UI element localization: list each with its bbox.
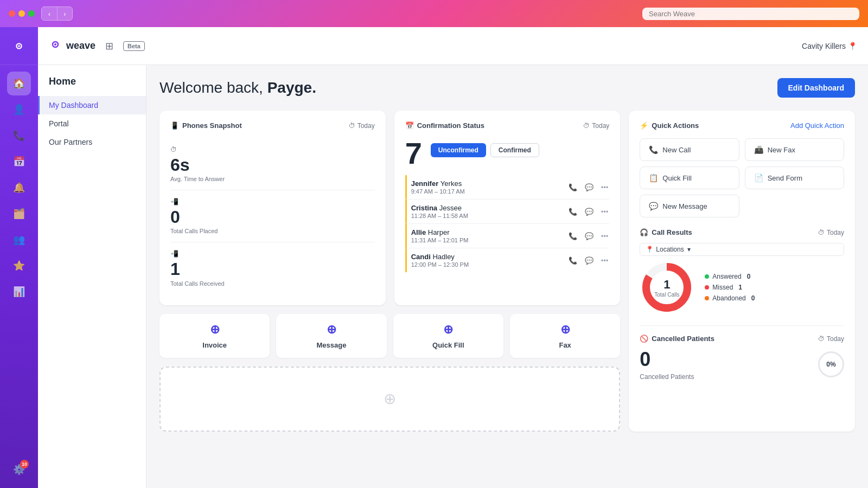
call-results-header: 🎧 Call Results ⏱ Today: [640, 228, 844, 236]
add-quick-action-link[interactable]: Add Quick Action: [790, 121, 844, 130]
patient-time: 11:31 AM – 12:01 PM: [411, 237, 469, 243]
fax-shortcut-button[interactable]: ⊕ Fax: [510, 314, 620, 358]
donut-center: 1 Total Calls: [654, 278, 679, 298]
new-call-icon: 📞: [649, 145, 658, 154]
side-nav: Home My Dashboard Portal Our Partners: [38, 65, 146, 488]
quick-fill-button[interactable]: 📋 Quick Fill: [640, 166, 739, 189]
call-button[interactable]: 📞: [567, 207, 578, 217]
cancelled-header: 🚫 Cancelled Patients ⏱ Today: [640, 335, 844, 343]
more-button[interactable]: •••: [600, 182, 610, 192]
quick-actions-title: ⚡ Quick Actions: [640, 121, 699, 130]
calls-received-label: Total Calls Received: [170, 280, 375, 287]
location-pin-icon: 📍: [848, 42, 857, 50]
edit-dashboard-button[interactable]: Edit Dashboard: [777, 78, 855, 98]
message-button[interactable]: 💬: [584, 207, 595, 217]
tab-confirmed[interactable]: Confirmed: [490, 143, 539, 157]
table-row: Jennifer Yerkes 9:47 AM – 10:17 AM 📞 💬 •…: [405, 175, 610, 200]
call-button[interactable]: 📞: [567, 255, 578, 266]
content-header: Welcome back, Payge. Edit Dashboard: [159, 78, 855, 98]
welcome-prefix: Welcome back,: [159, 79, 267, 96]
cancelled-date: ⏱ Today: [818, 335, 844, 343]
message-shortcut-button[interactable]: ⊕ Message: [276, 314, 386, 358]
patient-time: 9:47 AM – 10:17 AM: [411, 188, 465, 195]
nav-contacts-icon[interactable]: 👤: [7, 98, 31, 121]
calls-received-value: 1: [170, 260, 375, 279]
send-form-button[interactable]: 📄 Send Form: [745, 166, 844, 189]
patient-info: Cristina Jessee 11:28 AM – 11:58 AM: [411, 204, 468, 219]
cancelled-label: Cancelled Patients: [640, 373, 694, 381]
message-shortcut-icon: ⊕: [327, 323, 336, 337]
invoice-shortcut-button[interactable]: ⊕ Invoice: [159, 314, 270, 358]
message-button[interactable]: 💬: [584, 182, 595, 192]
answered-dot: [705, 274, 709, 279]
answered-count: 0: [747, 273, 751, 280]
more-button[interactable]: •••: [600, 207, 610, 217]
send-form-icon: 📄: [754, 174, 763, 182]
more-button[interactable]: •••: [600, 255, 610, 266]
new-fax-button[interactable]: 📠 New Fax: [745, 138, 844, 161]
tab-unconfirmed[interactable]: Unconfirmed: [431, 143, 486, 157]
patient-list: Jennifer Yerkes 9:47 AM – 10:17 AM 📞 💬 •…: [405, 175, 610, 272]
browser-forward-button[interactable]: ›: [57, 7, 72, 20]
cancelled-row: 0 Cancelled Patients 0%: [640, 348, 844, 381]
call-button[interactable]: 📞: [567, 231, 578, 241]
nav-analytics-icon[interactable]: 📊: [7, 280, 31, 304]
weave-brand: weave: [49, 38, 95, 54]
message-button[interactable]: 💬: [584, 255, 595, 266]
locations-dropdown[interactable]: 📍 Locations ▾: [640, 243, 844, 256]
avg-time-icon-row: ⏱: [170, 146, 375, 153]
more-button[interactable]: •••: [600, 231, 610, 241]
new-message-icon: 💬: [649, 202, 658, 210]
nav-home-icon[interactable]: 🏠: [7, 72, 31, 95]
icon-sidebar: 🏠 👤 📞 📅 🔔 🗂️ 👥 ⭐ 📊 ⚙️ 10: [0, 27, 38, 488]
grid-menu-button[interactable]: ⊞: [102, 37, 117, 55]
headset-icon: 🎧: [640, 228, 648, 236]
nav-settings-icon[interactable]: ⚙️ 10: [7, 458, 31, 481]
phones-snapshot-date: ⏱ Today: [349, 122, 375, 130]
dashboard-grid: 📱 Phones Snapshot ⏱ Today ⏱: [159, 111, 855, 432]
confirmation-status-title: 📅 Confirmation Status: [405, 121, 484, 130]
nav-records-icon[interactable]: 🗂️: [7, 202, 31, 226]
cancelled-icon: 🚫: [640, 335, 648, 343]
patient-name: Candi Hadley: [411, 253, 469, 261]
legend-abandoned: Abandoned 0: [705, 294, 755, 302]
patient-actions: 📞 💬 •••: [567, 255, 610, 266]
call-results-date: ⏱ Today: [818, 229, 844, 236]
browser-dots: [9, 10, 35, 17]
patient-time: 11:28 AM – 11:58 AM: [411, 213, 468, 219]
message-button[interactable]: 💬: [584, 231, 595, 241]
sidebar-item-our-partners[interactable]: Our Partners: [38, 133, 146, 151]
sidebar-item-portal[interactable]: Portal: [38, 114, 146, 133]
new-fax-icon: 📠: [754, 145, 763, 154]
calls-placed-value: 0: [170, 208, 375, 227]
nav-reviews-icon[interactable]: ⭐: [7, 254, 31, 278]
missed-count: 1: [738, 284, 742, 291]
nav-phone-icon[interactable]: 📞: [7, 124, 31, 147]
settings-badge: 10: [20, 460, 29, 468]
beta-badge: Beta: [123, 41, 145, 51]
sidebar-item-my-dashboard[interactable]: My Dashboard: [38, 96, 146, 114]
browser-search-input[interactable]: [642, 8, 859, 20]
clock-icon-cancelled: ⏱: [818, 335, 825, 343]
main-area: Home My Dashboard Portal Our Partners We…: [38, 65, 868, 488]
nav-team-icon[interactable]: 👥: [7, 228, 31, 252]
cancelled-title: 🚫 Cancelled Patients: [640, 335, 714, 343]
confirmation-status-header: 📅 Confirmation Status ⏱ Today: [405, 121, 610, 130]
calls-received-icon: 📲: [170, 250, 178, 258]
new-message-button[interactable]: 💬 New Message: [640, 195, 739, 217]
quick-fill-shortcut-button[interactable]: ⊕ Quick Fill: [393, 314, 503, 358]
clock-icon-confirm: ⏱: [583, 122, 590, 130]
confirmation-count: 7: [405, 138, 422, 169]
calls-placed-icon-row: 📲: [170, 198, 375, 206]
patient-actions: 📞 💬 •••: [567, 207, 610, 217]
new-call-button[interactable]: 📞 New Call: [640, 138, 739, 161]
legend-answered: Answered 0: [705, 273, 755, 280]
browser-back-button[interactable]: ‹: [42, 7, 57, 20]
nav-notifications-icon[interactable]: 🔔: [7, 176, 31, 200]
call-results-title: 🎧 Call Results: [640, 228, 692, 236]
call-button[interactable]: 📞: [567, 182, 578, 192]
nav-calendar-icon[interactable]: 📅: [7, 150, 31, 174]
shortcuts-row: ⊕ Invoice ⊕ Message ⊕ Quick Fill ⊕: [159, 314, 620, 358]
missed-dot: [705, 285, 709, 290]
phones-snapshot-title: 📱 Phones Snapshot: [170, 121, 242, 130]
